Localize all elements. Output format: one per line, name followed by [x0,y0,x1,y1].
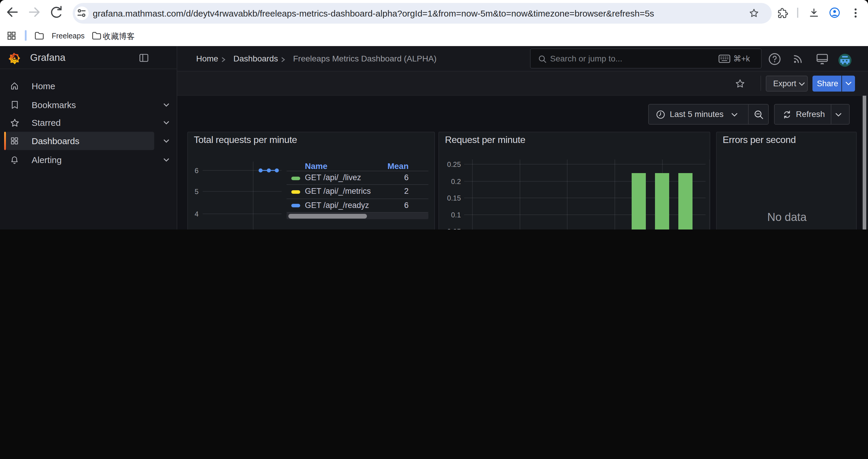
svg-text:0.1: 0.1 [451,211,461,219]
svg-text:0.2: 0.2 [451,177,461,186]
svg-text:5: 5 [195,188,198,196]
svg-text:4: 4 [195,210,198,218]
svg-text:0.05: 0.05 [447,227,461,230]
svg-text:6: 6 [195,167,198,174]
svg-text:0.15: 0.15 [447,194,461,202]
svg-text:0.25: 0.25 [447,160,461,168]
